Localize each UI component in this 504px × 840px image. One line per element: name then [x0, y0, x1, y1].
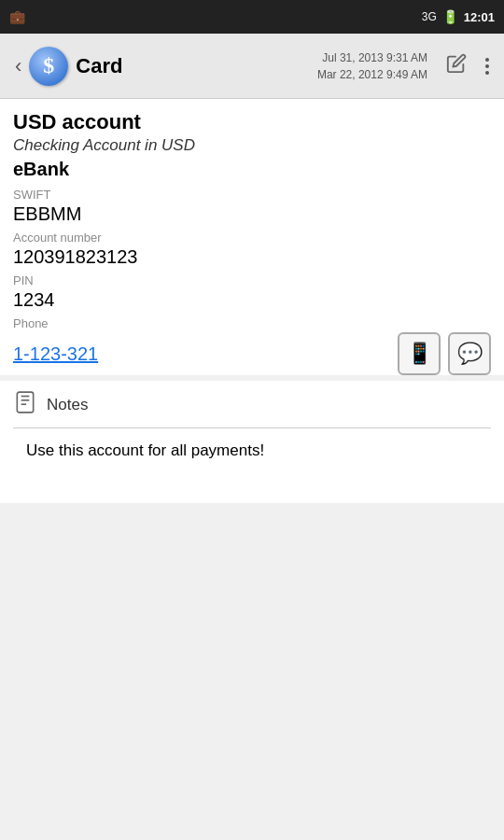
edit-button[interactable]: [439, 46, 474, 86]
swift-label: SWIFT: [13, 188, 491, 202]
page-title: Card: [76, 54, 317, 78]
notes-header: Notes: [13, 381, 491, 428]
briefcase-icon: 💼: [9, 9, 25, 24]
notes-body: Use this account for all payments!: [13, 428, 491, 503]
date2-label: Mar 22, 2012 9:49 AM: [317, 66, 427, 83]
phone-left: 1-123-321: [13, 343, 98, 365]
app-bar-dates: Jul 31, 2013 9:31 AM Mar 22, 2012 9:49 A…: [317, 49, 427, 83]
phone-actions: 📱 💬: [398, 332, 491, 375]
bank-name: eBank: [13, 159, 491, 180]
account-name: USD account: [13, 110, 491, 134]
pin-label: PIN: [13, 273, 491, 287]
main-content: USD account Checking Account in USD eBan…: [0, 99, 504, 375]
status-left: 💼: [9, 9, 25, 24]
notes-icon: [13, 390, 37, 420]
back-button[interactable]: ‹: [7, 47, 29, 86]
date1-label: Jul 31, 2013 9:31 AM: [322, 49, 427, 66]
message-icon: 💬: [457, 342, 483, 366]
pin-value: 1234: [13, 289, 491, 311]
message-button[interactable]: 💬: [448, 332, 491, 375]
notes-label: Notes: [47, 396, 88, 414]
phone-label: Phone: [13, 316, 491, 330]
phone-value[interactable]: 1-123-321: [13, 343, 98, 364]
account-type: Checking Account in USD: [13, 136, 491, 155]
more-button[interactable]: [478, 50, 497, 82]
app-logo: $: [29, 47, 68, 86]
notes-section: Notes Use this account for all payments!: [0, 381, 504, 503]
battery-icon: 🔋: [442, 9, 458, 24]
svg-rect-0: [17, 392, 33, 413]
signal-label: 3G: [422, 10, 437, 23]
app-bar: ‹ $ Card Jul 31, 2013 9:31 AM Mar 22, 20…: [0, 34, 504, 99]
status-bar: 💼 3G 🔋 12:01: [0, 0, 504, 34]
call-icon: 📱: [407, 342, 432, 366]
more-dot-3: [485, 71, 489, 75]
phone-row: 1-123-321 📱 💬: [13, 332, 491, 375]
account-number-label: Account number: [13, 231, 491, 245]
status-right: 3G 🔋 12:01: [422, 9, 495, 24]
swift-value: EBBMM: [13, 203, 491, 225]
account-number-value: 120391823123: [13, 246, 491, 268]
more-dot-1: [485, 58, 489, 62]
call-button[interactable]: 📱: [398, 332, 441, 375]
more-dot-2: [485, 64, 489, 68]
time-label: 12:01: [464, 10, 495, 24]
